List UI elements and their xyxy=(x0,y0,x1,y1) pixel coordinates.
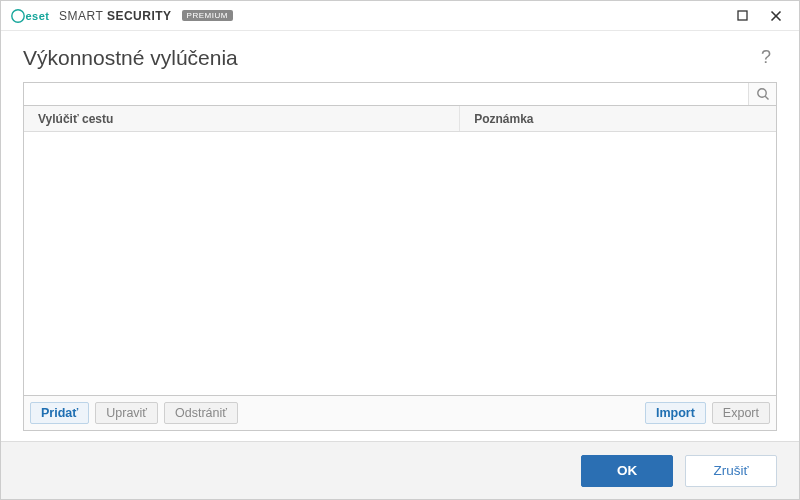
svg-rect-2 xyxy=(738,11,747,20)
export-button: Export xyxy=(712,402,770,424)
svg-line-6 xyxy=(765,96,768,99)
edit-button: Upraviť xyxy=(95,402,158,424)
content: Vylúčiť cestu Poznámka Pridať Upraviť Od… xyxy=(1,82,799,441)
column-header-note[interactable]: Poznámka xyxy=(460,106,776,131)
column-header-path[interactable]: Vylúčiť cestu xyxy=(24,106,460,131)
search-icon xyxy=(756,87,770,101)
window-close-button[interactable] xyxy=(759,2,793,30)
brand-badge: PREMIUM xyxy=(182,10,233,21)
window-maximize-button[interactable] xyxy=(725,2,759,30)
import-button[interactable]: Import xyxy=(645,402,706,424)
table-header: Vylúčiť cestu Poznámka xyxy=(24,106,776,132)
page-title: Výkonnostné vylúčenia xyxy=(23,46,755,70)
brand: eset SMART SECURITY PREMIUM xyxy=(11,9,233,23)
titlebar: eset SMART SECURITY PREMIUM xyxy=(1,1,799,31)
window: eset SMART SECURITY PREMIUM Výkonnostné … xyxy=(0,0,800,500)
maximize-icon xyxy=(737,10,748,21)
search-input[interactable] xyxy=(24,83,748,105)
eset-logo: eset xyxy=(11,9,53,23)
close-icon xyxy=(770,10,782,22)
cancel-button[interactable]: Zrušiť xyxy=(685,455,777,487)
svg-point-5 xyxy=(757,89,765,97)
delete-button: Odstrániť xyxy=(164,402,238,424)
add-button[interactable]: Pridať xyxy=(30,402,89,424)
header-row: Výkonnostné vylúčenia ? xyxy=(1,31,799,82)
search-button[interactable] xyxy=(748,83,776,105)
footer: OK Zrušiť xyxy=(1,441,799,499)
svg-text:eset: eset xyxy=(26,10,50,22)
brand-text: SMART SECURITY xyxy=(59,9,172,23)
svg-point-0 xyxy=(12,9,24,21)
help-icon: ? xyxy=(761,47,771,67)
help-button[interactable]: ? xyxy=(755,45,777,70)
ok-button[interactable]: OK xyxy=(581,455,673,487)
table-body[interactable] xyxy=(24,132,776,395)
exclusions-table: Vylúčiť cestu Poznámka xyxy=(23,106,777,396)
search-row xyxy=(23,82,777,106)
action-bar: Pridať Upraviť Odstrániť Import Export xyxy=(23,396,777,431)
